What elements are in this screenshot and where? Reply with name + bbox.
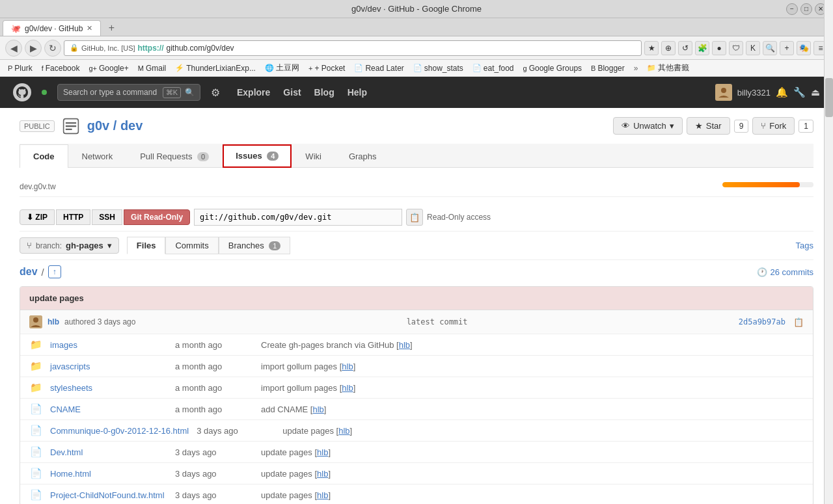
file-author-link[interactable]: hlb (342, 362, 353, 371)
file-author-link[interactable]: hlb (338, 426, 349, 436)
tab-network[interactable]: Network (68, 144, 127, 168)
bookmark-eatfood[interactable]: 📄eat_food (470, 62, 517, 74)
bookmarks-bar: PPlurk fFacebook g+Google+ MGmail ⚡Thund… (0, 60, 833, 77)
file-name-link[interactable]: Home.html (50, 469, 167, 479)
nav-help[interactable]: Help (348, 87, 367, 98)
ssh-btn[interactable]: SSH (92, 209, 122, 225)
maximize-btn[interactable]: □ (800, 3, 812, 15)
bookmark-facebook[interactable]: fFacebook (39, 62, 83, 74)
lastpass-icon[interactable]: ● (712, 41, 726, 55)
commit-message: update pages (29, 293, 84, 303)
user-avatar[interactable] (715, 84, 732, 101)
new-tab-btn[interactable]: + (103, 20, 119, 36)
unwatch-btn[interactable]: 👁 Unwatch ▾ (613, 117, 683, 135)
file-author-link[interactable]: hlb (317, 447, 328, 457)
fork-btn[interactable]: ⑂ Fork (752, 117, 795, 135)
git-readonly-btn[interactable]: Git Read-Only (124, 209, 190, 225)
file-age: 3 days ago (197, 426, 275, 436)
search-box[interactable]: Search or type a command ⌘K 🔍 (57, 84, 200, 101)
copy-url-btn[interactable]: 📋 (406, 209, 423, 226)
bookmark-tudou[interactable]: 🌐土豆网 (262, 61, 302, 75)
http-btn[interactable]: HTTP (56, 209, 90, 225)
refresh-icon[interactable]: ↺ (678, 41, 692, 55)
tab-wiki[interactable]: Wiki (292, 144, 335, 168)
repo-title: g0v / dev (87, 118, 143, 133)
file-name-link[interactable]: Project-ChildNotFound.tw.html (50, 490, 167, 500)
nav-icon-group: ★ ⊕ ↺ 🧩 ● 🛡 K 🔍 + 🎭 ≡ (644, 41, 828, 55)
nav-explore[interactable]: Explore (237, 87, 270, 98)
repo-name-link[interactable]: dev (120, 118, 143, 133)
reload-btn[interactable]: ↻ (44, 40, 61, 57)
copy-hash-icon[interactable]: 📋 (793, 317, 804, 327)
extra-icon-4[interactable]: 🎭 (797, 41, 811, 55)
bookmark-other[interactable]: 📁其他書籤 (644, 61, 692, 75)
bookmark-plurk[interactable]: PPlurk (5, 62, 35, 74)
file-name-link[interactable]: javascripts (50, 362, 167, 371)
settings-icon[interactable]: ⚙ (211, 86, 220, 99)
commit-author-name[interactable]: hlb (48, 317, 59, 326)
nav-gist[interactable]: Gist (283, 87, 301, 98)
progress-bar-container (722, 182, 813, 187)
tab-pull-requests[interactable]: Pull Requests 0 (126, 144, 223, 168)
file-name-link[interactable]: stylesheets (50, 383, 167, 393)
address-bar[interactable]: 🔒 GitHub, Inc. [US] https:// github.com/… (64, 40, 642, 56)
thunder-icon: ⚡ (175, 64, 184, 72)
file-name-link[interactable]: Communique-0-g0v-2012-12-16.html (50, 426, 189, 436)
file-name-link[interactable]: images (50, 340, 167, 350)
github-logo[interactable] (13, 83, 31, 101)
zip-btn[interactable]: ⬇ ZIP (20, 209, 55, 225)
extensions-icon[interactable]: 🧩 (695, 41, 709, 55)
nav-blog[interactable]: Blog (314, 87, 335, 98)
bookmark-pocket[interactable]: ++ Pocket (306, 62, 348, 74)
bookmarks-more-btn[interactable]: » (631, 62, 641, 74)
file-name-link[interactable]: CNAME (50, 405, 167, 414)
notification-icon[interactable]: 🔔 (776, 86, 788, 98)
repo-owner-link[interactable]: g0v (87, 118, 109, 133)
repo-root-link[interactable]: dev (20, 266, 38, 278)
scrollbar[interactable] (824, 0, 833, 504)
adblock-icon[interactable]: 🛡 (729, 41, 743, 55)
back-btn[interactable]: ◀ (5, 40, 22, 57)
forward-btn[interactable]: ▶ (25, 40, 42, 57)
file-author-link[interactable]: hlb (342, 383, 353, 393)
username-label[interactable]: billy3321 (737, 88, 771, 98)
tab-issues[interactable]: Issues 4 (223, 144, 292, 168)
bookmark-showstats[interactable]: 📄show_stats (411, 62, 466, 74)
file-name-link[interactable]: Dev.html (50, 447, 167, 457)
scroll-thumb[interactable] (825, 78, 833, 117)
bookmark-googleplus[interactable]: g+Google+ (86, 62, 131, 74)
bookmark-blogger[interactable]: BBlogger (588, 62, 627, 74)
star-icon[interactable]: ★ (644, 41, 659, 55)
clone-url-input[interactable] (194, 209, 402, 226)
browser-tab[interactable]: 🐙 g0v/dev · GitHub ✕ (3, 20, 101, 36)
bookmark-gmail[interactable]: MGmail (135, 62, 169, 74)
tab-close-btn[interactable]: ✕ (87, 24, 92, 33)
tab-graphs[interactable]: Graphs (335, 144, 390, 168)
star-btn[interactable]: ★ Star (687, 117, 730, 135)
bookmark-readlater[interactable]: 📄Read Later (351, 62, 406, 74)
file-author-link[interactable]: hlb (317, 490, 328, 500)
file-author-link[interactable]: hlb (312, 405, 323, 414)
extra-icon-3[interactable]: + (780, 41, 794, 55)
bookmark-icon[interactable]: ⊕ (661, 41, 676, 55)
power-icon[interactable]: ⏏ (811, 86, 820, 98)
commits-link[interactable]: 🕐 26 commits (757, 267, 813, 277)
bookmark-googlegroups[interactable]: gGoogle Groups (521, 62, 585, 74)
file-author-link[interactable]: hlb (317, 469, 328, 479)
tab-favicon: 🐙 (11, 24, 21, 33)
bookmark-thunder[interactable]: ⚡ThunderLixianExp... (172, 62, 258, 74)
branches-tab[interactable]: Branches 1 (219, 237, 291, 254)
minimize-btn[interactable]: − (786, 3, 798, 15)
files-tab[interactable]: Files (127, 237, 166, 254)
tools-icon[interactable]: 🔧 (793, 86, 806, 98)
branch-select[interactable]: ⑂ branch: gh-pages ▾ (20, 237, 119, 254)
commit-hash[interactable]: 2d5a9b97ab (739, 317, 785, 326)
repo-header: PUBLIC g0v / dev 👁 Unwatch ▾ ★ Star 9 ⑂ … (20, 108, 813, 144)
extra-icon-1[interactable]: K (746, 41, 760, 55)
tab-code[interactable]: Code (20, 144, 68, 168)
upload-icon[interactable]: ↑ (48, 265, 61, 278)
extra-icon-2[interactable]: 🔍 (763, 41, 777, 55)
file-author-link[interactable]: hlb (399, 340, 410, 350)
commits-tab[interactable]: Commits (165, 237, 218, 254)
tags-link[interactable]: Tags (796, 241, 813, 250)
